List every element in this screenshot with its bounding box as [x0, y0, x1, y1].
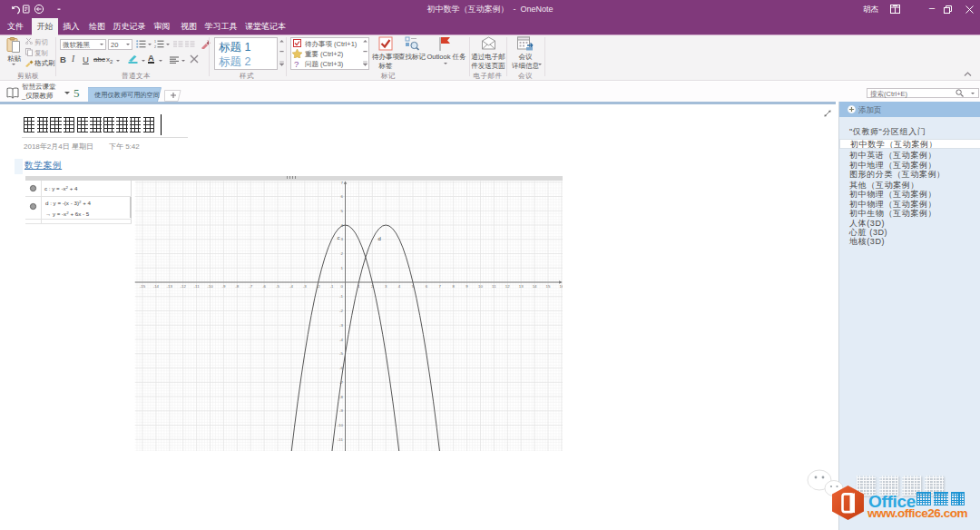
svg-text:c : y = -x2 + 4: c : y = -x2 + 4: [44, 185, 78, 191]
svg-text:→ y = -x2 + 6x - 5: → y = -x2 + 6x - 5: [45, 211, 90, 217]
svg-text:d : y = -(x - 3)2 + 4: d : y = -(x - 3)2 + 4: [45, 200, 91, 206]
